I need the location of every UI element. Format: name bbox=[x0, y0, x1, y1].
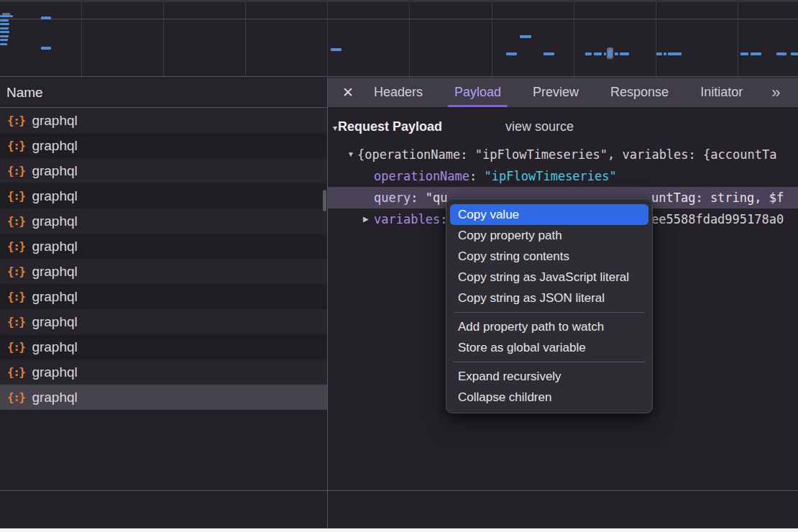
more-tabs-icon[interactable]: » bbox=[771, 83, 779, 102]
json-icon: {:} bbox=[7, 164, 24, 178]
name-column-header[interactable]: Name bbox=[0, 78, 327, 108]
request-name: graphql bbox=[32, 214, 77, 229]
request-name: graphql bbox=[32, 289, 77, 305]
json-icon: {:} bbox=[7, 114, 24, 127]
json-icon: {:} bbox=[7, 265, 24, 278]
request-timing-bar bbox=[520, 35, 531, 38]
menu-separator bbox=[454, 312, 645, 313]
menu-item-store-as-global-variable[interactable]: Store as global variable bbox=[446, 337, 652, 358]
menu-item-add-property-path-to-watch[interactable]: Add property path to watch bbox=[446, 316, 652, 337]
tab-response[interactable]: Response bbox=[607, 78, 671, 107]
request-row[interactable]: {:}graphql bbox=[0, 259, 327, 284]
request-list: {:}graphql{:}graphql{:}graphql{:}graphql… bbox=[0, 108, 327, 410]
request-timing-bar bbox=[585, 52, 592, 55]
json-icon: {:} bbox=[7, 239, 24, 253]
menu-item-copy-string-contents[interactable]: Copy string contents bbox=[446, 246, 652, 267]
json-icon: {:} bbox=[7, 139, 24, 152]
request-timing-bar bbox=[331, 48, 341, 51]
property-key: query bbox=[374, 191, 411, 205]
property-colon: : bbox=[469, 169, 484, 183]
section-collapse-icon[interactable]: ▾ bbox=[333, 123, 337, 133]
request-row[interactable]: {:}graphql bbox=[0, 284, 327, 309]
menu-item-copy-value[interactable]: Copy value bbox=[450, 204, 648, 225]
scrollbar-thumb[interactable] bbox=[323, 190, 326, 211]
name-column-label: Name bbox=[6, 85, 43, 100]
menu-item-collapse-children[interactable]: Collapse children bbox=[446, 387, 652, 408]
request-row[interactable]: {:}graphql bbox=[0, 133, 327, 158]
close-icon[interactable]: ✕ bbox=[342, 84, 354, 101]
marker-core bbox=[608, 50, 612, 57]
request-timing-bar bbox=[615, 52, 618, 55]
request-timing-bar bbox=[751, 52, 761, 55]
request-row[interactable]: {:}graphql bbox=[0, 359, 327, 385]
requests-panel: Name {:}graphql{:}graphql{:}graphql{:}gr… bbox=[0, 78, 327, 532]
tab-initiator[interactable]: Initiator bbox=[697, 78, 746, 107]
json-icon: {:} bbox=[7, 315, 24, 329]
request-timing-bar bbox=[544, 52, 554, 55]
tab-preview[interactable]: Preview bbox=[530, 78, 582, 107]
request-timing-bar bbox=[664, 52, 666, 55]
request-name: graphql bbox=[32, 188, 77, 204]
request-row[interactable]: {:}graphql bbox=[0, 234, 327, 259]
json-icon: {:} bbox=[7, 365, 24, 379]
expanded-arrow-icon[interactable]: ▼ bbox=[347, 144, 354, 165]
request-row[interactable]: {:}graphql bbox=[0, 183, 327, 208]
panel-resize-divider[interactable] bbox=[327, 78, 328, 532]
json-icon: {:} bbox=[7, 390, 24, 404]
request-timing-bar bbox=[620, 52, 629, 55]
request-row[interactable]: {:}graphql bbox=[0, 208, 327, 234]
overview-gridline bbox=[738, 2, 738, 76]
view-source-link[interactable]: view source bbox=[505, 119, 574, 134]
request-timing-bar bbox=[656, 52, 662, 55]
json-icon: {:} bbox=[7, 214, 24, 228]
tree-row-operationname[interactable]: operationName: "ipFlowTimeseries" bbox=[328, 165, 798, 187]
request-row[interactable]: {:}graphql bbox=[0, 158, 327, 183]
overview-gridline bbox=[163, 2, 164, 76]
menu-item-copy-string-as-json-literal[interactable]: Copy string as JSON literal bbox=[446, 288, 652, 308]
request-name: graphql bbox=[32, 163, 77, 179]
overview-gridline bbox=[327, 2, 328, 76]
request-timing-bar bbox=[506, 52, 517, 55]
tab-strip: HeadersPayloadPreviewResponseInitiator bbox=[371, 78, 771, 107]
context-menu: Copy valueCopy property pathCopy string … bbox=[446, 198, 653, 413]
request-payload-section-header: ▾ Request Payload view source bbox=[328, 108, 798, 135]
devtools-network-panel: Name {:}graphql{:}graphql{:}graphql{:}gr… bbox=[0, 0, 798, 532]
request-name: graphql bbox=[32, 364, 77, 380]
property-key: variables bbox=[374, 212, 440, 226]
tab-payload[interactable]: Payload bbox=[451, 78, 504, 107]
property-key: operationName bbox=[374, 169, 469, 183]
request-row[interactable]: {:}graphql bbox=[0, 385, 327, 410]
request-timing-bar bbox=[791, 52, 798, 55]
request-timing-bar bbox=[41, 17, 51, 19]
collapsed-arrow-icon[interactable]: ▶ bbox=[363, 208, 369, 230]
menu-item-copy-property-path[interactable]: Copy property path bbox=[446, 225, 652, 246]
request-timing-bar bbox=[0, 43, 7, 45]
request-timing-bar bbox=[0, 35, 9, 37]
json-icon: {:} bbox=[7, 290, 24, 303]
request-row[interactable]: {:}graphql bbox=[0, 309, 327, 334]
request-name: graphql bbox=[32, 113, 77, 129]
property-value: "qu bbox=[426, 191, 448, 205]
json-icon: {:} bbox=[7, 340, 24, 354]
overview-gridline bbox=[492, 2, 492, 76]
request-timing-bar bbox=[594, 52, 602, 55]
footer-divider bbox=[0, 490, 798, 491]
request-name: graphql bbox=[32, 138, 77, 154]
request-timing-bar bbox=[740, 52, 748, 55]
request-timing-bar bbox=[0, 15, 13, 17]
request-name: graphql bbox=[32, 390, 77, 405]
object-preview-text: {operationName: "ipFlowTimeseries", vari… bbox=[357, 147, 776, 162]
tab-headers[interactable]: Headers bbox=[371, 78, 426, 107]
request-row[interactable]: {:}graphql bbox=[0, 108, 327, 133]
request-name: graphql bbox=[32, 314, 77, 330]
request-timing-bar bbox=[0, 39, 8, 41]
tree-row-root[interactable]: ▼{operationName: "ipFlowTimeseries", var… bbox=[328, 144, 798, 165]
request-row[interactable]: {:}graphql bbox=[0, 334, 327, 359]
request-timing-bar bbox=[776, 52, 786, 55]
request-timing-bar bbox=[0, 19, 9, 22]
menu-item-expand-recursively[interactable]: Expand recursively bbox=[446, 366, 652, 387]
property-value-continued: untTag: string, $f bbox=[651, 187, 784, 208]
request-timing-bar bbox=[668, 52, 682, 55]
waterfall-overview[interactable] bbox=[0, 0, 798, 77]
menu-item-copy-string-as-javascript-literal[interactable]: Copy string as JavaScript literal bbox=[446, 267, 652, 288]
